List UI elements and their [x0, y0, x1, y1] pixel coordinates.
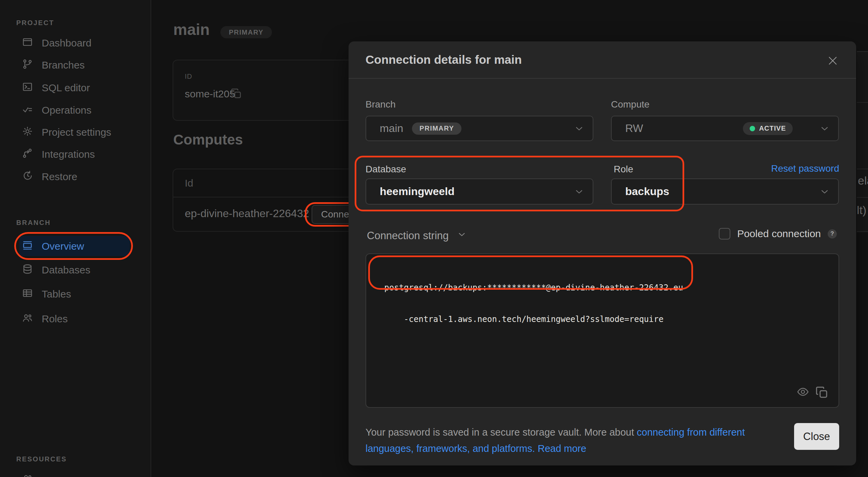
role-select-value: backups: [625, 185, 669, 198]
chevron-down-icon: [574, 123, 585, 134]
page-title: main: [173, 20, 210, 39]
reveal-password-eye-icon[interactable]: [796, 385, 809, 398]
sidebar-section-branch: BRANCH: [16, 219, 51, 227]
primary-pill: PRIMARY: [412, 122, 461, 135]
divider: [857, 197, 868, 198]
compute-field-label: Compute: [611, 99, 650, 110]
compute-endpoint-id: ep-divine-heather-226432: [185, 207, 309, 220]
sidebar-item-label: Integrations: [42, 149, 95, 160]
id-value: some-it205: [185, 88, 235, 100]
connection-string-line1: postgresql://backups:************@ep-div…: [374, 283, 693, 293]
sidebar-item-databases[interactable]: Databases: [22, 260, 90, 280]
modal-footer-line2: languages, frameworks, and platforms.Rea…: [366, 443, 586, 454]
connection-string-toggle[interactable]: Connection string: [367, 229, 467, 242]
sidebar-item-label: Roles: [42, 313, 68, 325]
modal-footer-line1: Your password is saved in a secure stora…: [366, 427, 745, 438]
sidebar-item-dashboard[interactable]: Dashboard: [22, 33, 92, 53]
active-status-label: ACTIVE: [759, 125, 786, 132]
close-icon[interactable]: [826, 54, 839, 67]
sidebar-item-label: Restore: [42, 171, 77, 183]
computes-table: Id ep-divine-heather-226432 Connect: [173, 169, 376, 232]
compute-select[interactable]: RW ACTIVE: [611, 116, 839, 141]
sidebar-item-label: Databases: [42, 264, 90, 276]
close-button[interactable]: Close: [794, 423, 839, 450]
database-select-value: heemingweeld: [380, 185, 455, 198]
pooled-connection-row: Pooled connection ?: [719, 228, 837, 240]
integrations-icon: [22, 148, 33, 161]
divider: [857, 231, 868, 232]
connection-details-modal: Connection details for main Branch Compu…: [349, 41, 856, 465]
sidebar-item-restore[interactable]: Restore: [22, 167, 77, 187]
sidebar-item-tables[interactable]: Tables: [22, 284, 71, 304]
branch-id-card: ID some-it205: [173, 60, 376, 121]
primary-badge: PRIMARY: [220, 26, 272, 38]
pooled-connection-label: Pooled connection: [737, 228, 821, 240]
checklist-icon: [22, 103, 33, 117]
footer-text: Your password is saved in a secure stora…: [366, 427, 634, 438]
branch-field-label: Branch: [366, 99, 396, 110]
sidebar-item-label: Project settings: [42, 127, 111, 138]
help-icon[interactable]: ?: [828, 229, 837, 238]
connection-string-label: Connection string: [367, 230, 449, 242]
footer-link[interactable]: languages, frameworks, and platforms.: [366, 443, 535, 454]
computes-heading: Computes: [173, 132, 243, 148]
compute-select-value: RW: [625, 122, 643, 135]
branch-select[interactable]: main PRIMARY: [366, 116, 593, 141]
column-id: Id: [185, 177, 193, 189]
id-label: ID: [185, 73, 192, 80]
role-select[interactable]: backups: [611, 178, 839, 205]
divider: [857, 169, 868, 169]
pooled-connection-checkbox[interactable]: [719, 228, 730, 240]
sidebar-item-branches[interactable]: Branches: [22, 55, 85, 75]
connection-string-value: postgresql://backups:************@ep-div…: [374, 262, 693, 346]
sidebar-item-operations[interactable]: Operations: [22, 100, 92, 120]
database-icon: [22, 263, 33, 277]
sidebar-item-partial[interactable]: [22, 470, 33, 477]
people-icon: [22, 312, 33, 326]
divider: [857, 51, 868, 52]
database-select[interactable]: heemingweeld: [366, 178, 593, 205]
sidebar-item-overview[interactable]: Overview: [22, 236, 84, 256]
copy-icon[interactable]: [230, 88, 242, 100]
sidebar-item-integrations[interactable]: Integrations: [22, 144, 95, 165]
app-window: PROJECT Dashboard Branches SQL editor Op…: [0, 0, 868, 477]
database-field-label: Database: [366, 164, 406, 175]
connection-string-line2: -central-1.aws.neon.tech/heemingweeld?ss…: [374, 314, 693, 325]
connection-string-textarea[interactable]: postgresql://backups:************@ep-div…: [366, 253, 839, 408]
dashboard-icon: [22, 36, 33, 50]
clipped-text-fragment: lt): [857, 204, 866, 217]
divider: [857, 102, 868, 103]
people-icon: [22, 473, 33, 477]
sidebar-section-resources: RESOURCES: [16, 455, 67, 463]
sidebar-item-label: SQL editor: [42, 82, 90, 94]
chevron-down-icon: [819, 123, 830, 134]
table-icon: [22, 287, 33, 301]
read-more-link[interactable]: Read more: [538, 443, 586, 454]
branch-select-value: main: [380, 122, 403, 135]
role-field-label: Role: [614, 164, 633, 175]
sidebar-item-label: Operations: [42, 104, 92, 116]
gear-icon: [22, 126, 33, 139]
clipped-text-fragment: ela: [858, 174, 868, 187]
chevron-down-icon: [819, 186, 830, 197]
sidebar-item-project-settings[interactable]: Project settings: [22, 122, 111, 142]
sidebar-item-label: Branches: [42, 59, 85, 71]
footer-link[interactable]: connecting from different: [637, 427, 745, 438]
green-dot-icon: [750, 126, 755, 131]
modal-title: Connection details for main: [366, 53, 522, 66]
modal-header: Connection details for main: [349, 41, 856, 79]
sidebar: PROJECT Dashboard Branches SQL editor Op…: [0, 0, 151, 477]
terminal-icon: [22, 81, 33, 95]
sidebar-item-label: Overview: [42, 241, 84, 252]
active-status-badge: ACTIVE: [743, 122, 793, 135]
chevron-down-icon: [457, 229, 467, 242]
reset-password-link[interactable]: Reset password: [771, 163, 839, 174]
sidebar-item-label: Tables: [42, 288, 71, 300]
sidebar-item-sql-editor[interactable]: SQL editor: [22, 78, 90, 98]
computes-table-header: Id: [173, 169, 375, 197]
sidebar-item-roles[interactable]: Roles: [22, 309, 68, 329]
copy-icon[interactable]: [815, 385, 829, 400]
chevron-down-icon: [574, 186, 585, 197]
git-branch-icon: [22, 58, 33, 72]
sidebar-section-project: PROJECT: [16, 19, 54, 27]
